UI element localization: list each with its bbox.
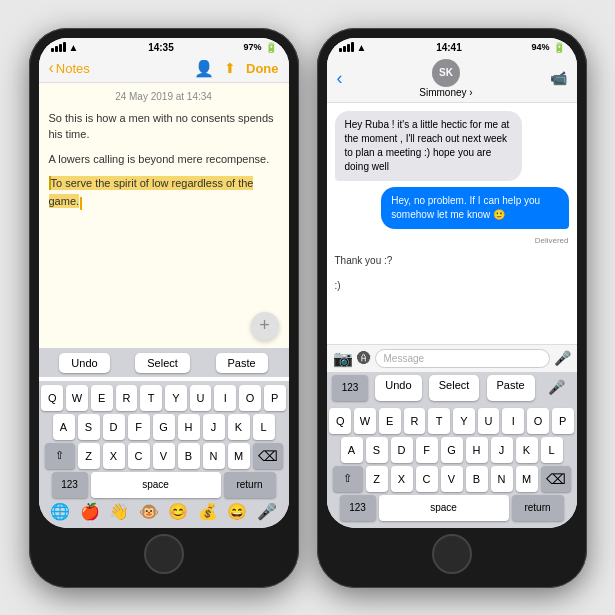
money-emoji[interactable]: 💰	[198, 502, 218, 521]
msg-key-w[interactable]: W	[354, 408, 376, 434]
key-j[interactable]: J	[203, 414, 225, 440]
key-a[interactable]: A	[53, 414, 75, 440]
msg-shift-key[interactable]: ⇧	[333, 466, 363, 492]
key-b[interactable]: B	[178, 443, 200, 469]
msg-num-key-2[interactable]: 123	[340, 495, 376, 521]
mic-emoji[interactable]: 🎤	[257, 502, 277, 521]
msg-key-g[interactable]: G	[441, 437, 463, 463]
key-t[interactable]: T	[140, 385, 162, 411]
msg-key-d[interactable]: D	[391, 437, 413, 463]
key-v[interactable]: V	[153, 443, 175, 469]
status-time: 14:35	[148, 42, 174, 53]
msg-key-r[interactable]: R	[404, 408, 426, 434]
msg-space-key[interactable]: space	[379, 495, 509, 521]
msg-key-n[interactable]: N	[491, 466, 513, 492]
key-i[interactable]: I	[214, 385, 236, 411]
msg-key-v[interactable]: V	[441, 466, 463, 492]
key-r[interactable]: R	[116, 385, 138, 411]
undo-button[interactable]: Undo	[59, 353, 109, 373]
msg-key-k[interactable]: K	[516, 437, 538, 463]
globe-emoji[interactable]: 🌐	[50, 502, 70, 521]
mic-icon[interactable]: 🎤	[554, 350, 571, 366]
notes-back-button[interactable]: ‹ Notes	[49, 59, 90, 77]
msg-key-e[interactable]: E	[379, 408, 401, 434]
home-button-notes[interactable]	[144, 534, 184, 574]
paste-button[interactable]: Paste	[216, 353, 268, 373]
msg-key-q[interactable]: Q	[329, 408, 351, 434]
video-icon[interactable]: 📹	[550, 70, 567, 86]
key-z[interactable]: Z	[78, 443, 100, 469]
message-sent-1: Hey, no problem. If I can help you someh…	[381, 187, 568, 229]
msg-key-u[interactable]: U	[478, 408, 500, 434]
msg-key-o[interactable]: O	[527, 408, 549, 434]
key-m[interactable]: M	[228, 443, 250, 469]
msg-key-c[interactable]: C	[416, 466, 438, 492]
msg-key-b[interactable]: B	[466, 466, 488, 492]
key-o[interactable]: O	[239, 385, 261, 411]
contact-info[interactable]: SK Simmoney ›	[351, 59, 542, 98]
msg-key-m[interactable]: M	[516, 466, 538, 492]
return-key[interactable]: return	[224, 472, 276, 498]
msg-key-j[interactable]: J	[491, 437, 513, 463]
msg-key-s[interactable]: S	[366, 437, 388, 463]
msg-key-f[interactable]: F	[416, 437, 438, 463]
select-button[interactable]: Select	[135, 353, 190, 373]
key-g[interactable]: G	[153, 414, 175, 440]
key-w[interactable]: W	[66, 385, 88, 411]
msg-delete-key[interactable]: ⌫	[541, 466, 571, 492]
messages-back-button[interactable]: ‹	[337, 68, 343, 89]
key-y[interactable]: Y	[165, 385, 187, 411]
key-d[interactable]: D	[103, 414, 125, 440]
key-q[interactable]: Q	[41, 385, 63, 411]
msg-key-h[interactable]: H	[466, 437, 488, 463]
msg-key-x[interactable]: X	[391, 466, 413, 492]
msg-key-p[interactable]: P	[552, 408, 574, 434]
msg-key-l[interactable]: L	[541, 437, 563, 463]
key-n[interactable]: N	[203, 443, 225, 469]
msg-key-t[interactable]: T	[428, 408, 450, 434]
msg-paste-button[interactable]: Paste	[487, 375, 535, 401]
key-p[interactable]: P	[264, 385, 286, 411]
key-k[interactable]: K	[228, 414, 250, 440]
key-c[interactable]: C	[128, 443, 150, 469]
apple-emoji[interactable]: 🍎	[80, 502, 100, 521]
msg-return-key[interactable]: return	[512, 495, 564, 521]
home-button-messages[interactable]	[432, 534, 472, 574]
msg-key-i[interactable]: I	[502, 408, 524, 434]
kb-row-3: ⇧ Z X C V B N M ⌫	[42, 443, 286, 469]
share-icon[interactable]: ⬆	[224, 60, 236, 76]
num-key[interactable]: 123	[52, 472, 88, 498]
smile-emoji[interactable]: 😊	[168, 502, 188, 521]
key-u[interactable]: U	[190, 385, 212, 411]
key-f[interactable]: F	[128, 414, 150, 440]
msg-key-y[interactable]: Y	[453, 408, 475, 434]
msg-kb-row-1: Q W E R T Y U I O P	[330, 408, 574, 434]
add-fab-button[interactable]: +	[251, 312, 279, 340]
key-e[interactable]: E	[91, 385, 113, 411]
msg-key-a[interactable]: A	[341, 437, 363, 463]
monkey-emoji[interactable]: 🐵	[139, 502, 159, 521]
space-key[interactable]: space	[91, 472, 221, 498]
key-l[interactable]: L	[253, 414, 275, 440]
message-placeholder: Message	[384, 353, 425, 364]
msg-mic-button[interactable]: 🎤	[542, 375, 571, 401]
msg-kb-row-2: A S D F G H J K L	[330, 437, 574, 463]
done-button[interactable]: Done	[246, 61, 279, 76]
message-input[interactable]: Message	[375, 349, 550, 368]
app-store-icon[interactable]: 🅐	[357, 350, 371, 366]
happy-emoji[interactable]: 😄	[227, 502, 247, 521]
key-s[interactable]: S	[78, 414, 100, 440]
msg-key-z[interactable]: Z	[366, 466, 388, 492]
msg-select-button[interactable]: Select	[429, 375, 480, 401]
add-person-icon[interactable]: 👤	[194, 59, 214, 78]
msg-undo-button[interactable]: Undo	[375, 375, 421, 401]
contact-name: Simmoney ›	[419, 87, 472, 98]
key-x[interactable]: X	[103, 443, 125, 469]
camera-icon[interactable]: 📷	[333, 349, 353, 368]
key-h[interactable]: H	[178, 414, 200, 440]
shift-key[interactable]: ⇧	[45, 443, 75, 469]
wave-emoji[interactable]: 👋	[109, 502, 129, 521]
battery-icon-2: 🔋	[553, 42, 565, 53]
delete-key[interactable]: ⌫	[253, 443, 283, 469]
msg-num-key[interactable]: 123	[332, 375, 368, 401]
